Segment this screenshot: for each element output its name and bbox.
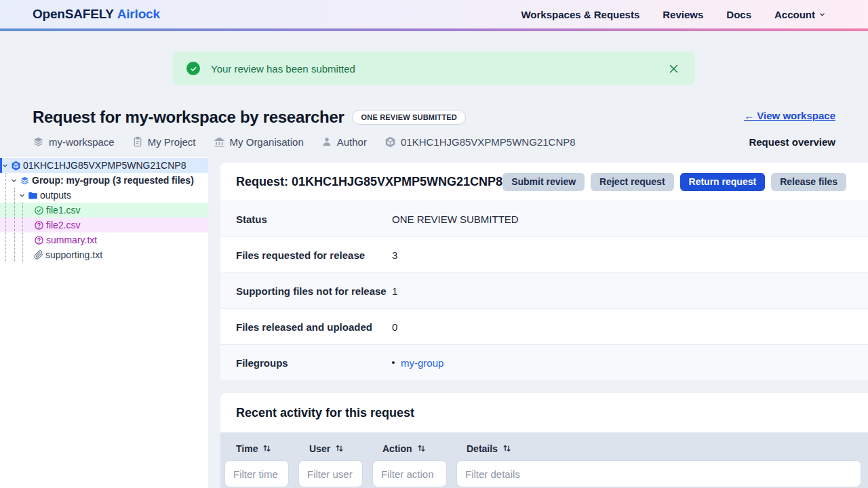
tree-file-file2[interactable]: file2.csv xyxy=(0,218,208,232)
detail-row-files-requested: Files requested for release 3 xyxy=(220,237,868,272)
filter-time-input[interactable] xyxy=(224,460,289,487)
content-area: 01KHC1HJG85VXPMP5WNG21CNP8 Group: my-gro… xyxy=(0,157,868,488)
detail-row-filegroups: Filegroups my-group xyxy=(220,344,868,380)
column-header-action[interactable]: Action xyxy=(382,443,467,454)
detail-value: my-group xyxy=(392,357,443,369)
tree-file-label: summary.txt xyxy=(46,235,97,245)
detail-label: Supporting files not for release xyxy=(236,285,392,297)
tree-group-my-group[interactable]: Group: my-group (3 requested files) xyxy=(0,173,208,188)
request-action-buttons: Submit review Reject request Return requ… xyxy=(502,173,846,191)
clipboard-icon xyxy=(132,136,143,147)
tree-guide-line xyxy=(22,203,23,262)
sort-icon xyxy=(502,444,511,453)
logo-opensafely: OpenSAFELY xyxy=(33,7,114,21)
status-badge: ONE REVIEW SUBMITTED xyxy=(352,110,466,125)
return-request-button[interactable]: Return request xyxy=(680,173,766,191)
check-circle-icon xyxy=(186,62,200,75)
request-meta-row: my-workspace My Project My Organisation … xyxy=(0,127,868,148)
nav-reviews[interactable]: Reviews xyxy=(663,9,703,20)
app-logo[interactable]: OpenSAFELYAirlock xyxy=(33,7,160,22)
bank-icon xyxy=(214,136,225,148)
toast-message: Your review has been submitted xyxy=(211,63,355,75)
view-workspace-link[interactable]: ← View workspace xyxy=(744,110,835,121)
top-navigation-bar: OpenSAFELYAirlock Workspaces & Requests … xyxy=(0,0,868,28)
tree-file-label: file1.csv xyxy=(46,205,81,216)
detail-value: 0 xyxy=(392,321,397,333)
request-details-table: Status ONE REVIEW SUBMITTED Files reques… xyxy=(220,201,868,380)
recent-activity-card: Recent activity for this request Time Us… xyxy=(220,393,868,488)
logo-airlock: Airlock xyxy=(117,7,160,21)
title-line: Request for my-workspace by researcher O… xyxy=(33,107,466,127)
layers-icon xyxy=(20,176,30,186)
success-toast: Your review has been submitted xyxy=(173,52,695,85)
reject-request-button[interactable]: Reject request xyxy=(591,173,673,191)
request-card-title: Request: 01KHC1HJG85VXPMP5WNG21CNP8 xyxy=(236,175,502,189)
column-header-time[interactable]: Time xyxy=(236,443,309,454)
column-header-details[interactable]: Details xyxy=(467,443,868,454)
folder-icon xyxy=(28,190,38,201)
tree-file-file1[interactable]: file1.csv xyxy=(0,203,208,218)
tree-file-supporting[interactable]: supporting.txt xyxy=(0,247,208,262)
detail-label: Filegroups xyxy=(236,357,392,369)
sort-icon xyxy=(262,444,271,453)
filter-user-input[interactable] xyxy=(298,460,363,487)
chevron-down-icon[interactable] xyxy=(1,162,9,169)
close-icon[interactable] xyxy=(667,62,681,76)
file-tree-sidebar: 01KHC1HJG85VXPMP5WNG21CNP8 Group: my-gro… xyxy=(0,157,208,488)
main-panel: Request: 01KHC1HJG85VXPMP5WNG21CNP8 Subm… xyxy=(220,157,868,488)
nav-docs[interactable]: Docs xyxy=(726,9,751,20)
detail-label: Files released and uploaded xyxy=(236,321,392,333)
detail-label: Files requested for release xyxy=(236,249,392,261)
filegroup-my-group-link[interactable]: my-group xyxy=(401,357,443,369)
question-circle-icon xyxy=(34,220,44,230)
detail-value: 3 xyxy=(392,249,397,261)
user-icon xyxy=(321,136,332,147)
detail-value: ONE REVIEW SUBMITTED xyxy=(392,214,519,225)
meta-organisation: My Organisation xyxy=(214,136,304,148)
bullet-dot xyxy=(392,361,395,364)
chevron-down-icon[interactable] xyxy=(10,177,18,184)
submit-review-button[interactable]: Submit review xyxy=(502,173,585,191)
tree-file-summary[interactable]: summary.txt xyxy=(0,232,208,247)
filter-action-input[interactable] xyxy=(372,460,447,487)
request-overview-label: Request overview xyxy=(749,136,835,148)
meta-project: My Project xyxy=(132,136,196,148)
cube-icon xyxy=(11,161,21,171)
filter-details-input[interactable] xyxy=(456,460,861,487)
tree-root-request[interactable]: 01KHC1HJG85VXPMP5WNG21CNP8 xyxy=(0,158,208,173)
nav-account-menu[interactable]: Account xyxy=(774,9,826,20)
meta-request-id: 01KHC1HJG85VXPMP5WNG21CNP8 xyxy=(384,136,576,148)
chevron-down-icon[interactable] xyxy=(18,192,26,199)
main-nav: Workspaces & Requests Reviews Docs Accou… xyxy=(521,9,826,20)
recent-activity-title: Recent activity for this request xyxy=(220,393,868,432)
nav-workspaces-requests[interactable]: Workspaces & Requests xyxy=(521,9,639,20)
sort-icon xyxy=(335,444,344,453)
activity-filter-row xyxy=(220,458,868,487)
layers-icon xyxy=(33,136,44,148)
tree-folder-outputs[interactable]: outputs xyxy=(0,188,208,203)
detail-row-files-released: Files released and uploaded 0 xyxy=(220,308,868,344)
check-circle-icon xyxy=(34,205,44,216)
question-circle-icon xyxy=(34,235,44,245)
tree-file-label: file2.csv xyxy=(46,220,81,230)
tree-folder-label: outputs xyxy=(40,190,71,201)
detail-label: Status xyxy=(236,214,392,225)
tree-root-label: 01KHC1HJG85VXPMP5WNG21CNP8 xyxy=(23,160,186,171)
detail-row-status: Status ONE REVIEW SUBMITTED xyxy=(220,201,868,237)
page-title: Request for my-workspace by researcher xyxy=(33,107,344,127)
request-overview-card: Request: 01KHC1HJG85VXPMP5WNG21CNP8 Subm… xyxy=(220,163,868,380)
sort-icon xyxy=(417,444,426,453)
column-header-user[interactable]: User xyxy=(309,443,382,454)
release-files-button[interactable]: Release files xyxy=(771,173,846,191)
tree-guide-line xyxy=(14,188,15,262)
paperclip-icon xyxy=(34,250,43,260)
meta-items: my-workspace My Project My Organisation … xyxy=(33,136,576,148)
accent-gradient-bar xyxy=(0,28,868,31)
activity-table: Time User Action xyxy=(220,432,868,488)
tree-group-label: Group: my-group (3 requested files) xyxy=(32,175,194,186)
meta-author: Author xyxy=(321,136,367,148)
detail-row-supporting-files: Supporting files not for release 1 xyxy=(220,272,868,308)
tree-guide-line xyxy=(5,173,6,262)
cube-icon xyxy=(384,136,396,148)
activity-table-header-row: Time User Action xyxy=(220,439,868,458)
